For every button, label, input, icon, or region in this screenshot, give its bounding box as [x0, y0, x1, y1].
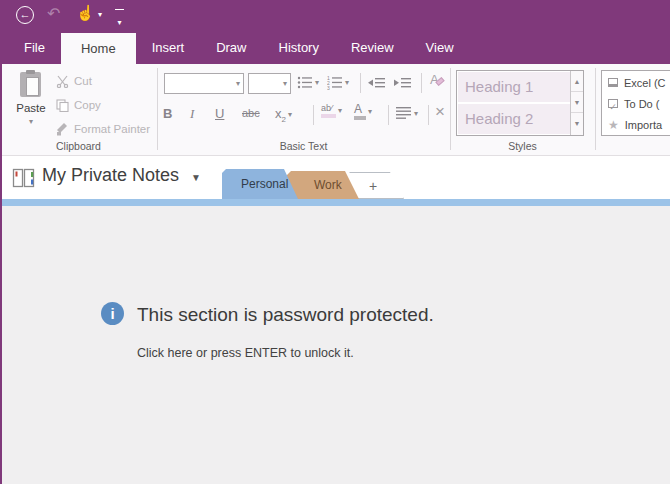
- style-heading-2[interactable]: Heading 2: [458, 104, 570, 134]
- cut-label: Cut: [74, 75, 92, 87]
- clear-formatting-button[interactable]: A: [430, 72, 444, 87]
- separator: [421, 73, 422, 93]
- bullet-list-icon: [297, 75, 313, 90]
- gallery-more-icon[interactable]: ▼: [571, 113, 583, 134]
- bold-button[interactable]: B: [163, 106, 172, 121]
- unlock-instruction[interactable]: Click here or press ENTER to unlock it.: [137, 346, 354, 360]
- font-color-icon: A: [354, 104, 366, 120]
- subscript-button[interactable]: x2 ▾: [275, 106, 292, 124]
- info-icon: i: [101, 302, 124, 325]
- important-star-icon: ★: [608, 119, 619, 131]
- copy-label: Copy: [74, 99, 101, 111]
- text-highlight-color-button[interactable]: ab⁄ ▾: [321, 104, 342, 118]
- underline-button[interactable]: U: [215, 106, 224, 121]
- chevron-down-icon: ▾: [288, 110, 292, 119]
- group-separator: [157, 68, 158, 150]
- basic-text-group-label: Basic Text: [157, 140, 450, 152]
- chevron-down-icon: ▾: [236, 79, 240, 88]
- delete-button[interactable]: ×: [435, 102, 445, 122]
- paste-dropdown-icon: ▾: [8, 117, 54, 126]
- strikethrough-button[interactable]: abc: [242, 107, 260, 119]
- bar-glyph: [115, 9, 124, 10]
- touch-mode-dropdown-icon[interactable]: ▾: [98, 10, 102, 19]
- tab-insert[interactable]: Insert: [136, 30, 201, 64]
- tab-draw[interactable]: Draw: [200, 30, 262, 64]
- scroll-down-icon[interactable]: ▼: [571, 92, 583, 113]
- styles-group-label: Styles: [450, 140, 595, 152]
- tags-gallery: Excel (C ✓ To Do ( ★ Importa: [601, 70, 670, 136]
- clipboard-clip-icon: [26, 70, 35, 74]
- tab-home[interactable]: Home: [61, 33, 136, 64]
- scroll-up-icon[interactable]: ▲: [571, 71, 583, 92]
- scissors-icon: [56, 75, 69, 88]
- clipboard-group-label: Clipboard: [0, 140, 157, 152]
- tag-label: To Do (: [624, 98, 659, 110]
- group-separator: [450, 68, 451, 150]
- paragraph-alignment-button[interactable]: ▾: [396, 107, 418, 119]
- chevron-down-icon: ▾: [414, 109, 418, 118]
- chevron-down-icon: ▾: [338, 106, 342, 115]
- separator: [428, 105, 429, 125]
- numbered-list-icon: 123: [327, 75, 343, 90]
- ribbon: Paste ▾ Cut Copy Format Painter Clipboar…: [0, 64, 670, 156]
- format-painter-icon: [56, 123, 69, 136]
- title-bar: ← ↶ ☝ ▾ ▾: [0, 0, 670, 30]
- font-size-combobox[interactable]: ▾: [248, 73, 291, 94]
- chevron-down-icon: ▾: [345, 78, 349, 87]
- bullets-button[interactable]: ▾: [297, 75, 319, 90]
- styles-gallery: Heading 1 Heading 2 ▲ ▼ ▼: [456, 70, 584, 136]
- window-border: [0, 30, 2, 484]
- chevron-down-icon: ▾: [283, 79, 287, 88]
- svg-text:3: 3: [327, 85, 330, 90]
- tab-view[interactable]: View: [410, 30, 470, 64]
- separator: [360, 73, 361, 93]
- to-do-checkbox-icon: ✓: [608, 99, 618, 108]
- tag-label: Excel (C: [624, 77, 666, 89]
- tab-file[interactable]: File: [8, 30, 61, 64]
- tab-history[interactable]: History: [263, 30, 335, 64]
- cut-button[interactable]: Cut: [56, 73, 92, 89]
- separator: [313, 105, 314, 125]
- subscript-2: 2: [282, 115, 286, 124]
- increase-indent-icon: [394, 77, 412, 90]
- touch-mode-icon[interactable]: ☝: [76, 4, 95, 22]
- copy-icon: [56, 99, 69, 112]
- tag-important[interactable]: ★ Importa: [602, 114, 670, 135]
- italic-button[interactable]: I: [190, 106, 194, 122]
- numbering-button[interactable]: 123 ▾: [327, 75, 349, 90]
- font-color-button[interactable]: A ▾: [354, 104, 372, 120]
- paste-label: Paste: [8, 102, 54, 114]
- separator: [388, 105, 389, 125]
- chevron-down-icon: ▾: [368, 107, 372, 116]
- tab-review[interactable]: Review: [335, 30, 410, 64]
- excel-tag-icon: [608, 78, 618, 87]
- ribbon-tab-row: File Home Insert Draw History Review Vie…: [0, 30, 670, 64]
- section-tab-label: Work: [314, 178, 342, 192]
- notebook-name-dropdown[interactable]: My Private Notes▼: [42, 165, 201, 186]
- chevron-down-icon: ▾: [315, 78, 319, 87]
- group-separator: [595, 68, 596, 150]
- paste-button[interactable]: Paste ▾: [8, 70, 54, 150]
- chevron-down-icon: ▼: [191, 172, 201, 183]
- section-tab-label: Personal: [241, 177, 288, 191]
- increase-indent-button[interactable]: [394, 76, 412, 94]
- decrease-indent-button[interactable]: [368, 76, 386, 94]
- notebook-header: My Private Notes▼ Personal Work +: [0, 156, 670, 199]
- back-icon[interactable]: ←: [16, 6, 34, 24]
- tag-label: Importa: [625, 119, 662, 131]
- section-color-divider: [0, 199, 670, 206]
- decrease-indent-icon: [368, 77, 386, 90]
- undo-icon[interactable]: ↶: [47, 4, 60, 23]
- font-name-combobox[interactable]: ▾: [164, 73, 244, 94]
- format-painter-button[interactable]: Format Painter: [56, 121, 150, 137]
- tag-excel[interactable]: Excel (C: [602, 72, 670, 93]
- section-tab-personal[interactable]: Personal: [222, 169, 298, 199]
- tag-to-do[interactable]: ✓ To Do (: [602, 93, 670, 114]
- page-canvas[interactable]: i This section is password protected. Cl…: [0, 206, 670, 484]
- copy-button[interactable]: Copy: [56, 97, 101, 113]
- customize-quick-access-toolbar-icon[interactable]: ▾: [115, 9, 124, 29]
- clipboard-page-icon: [26, 77, 39, 96]
- style-heading-1[interactable]: Heading 1: [458, 72, 570, 102]
- password-protected-title: This section is password protected.: [137, 304, 434, 326]
- align-lines-icon: [396, 107, 412, 119]
